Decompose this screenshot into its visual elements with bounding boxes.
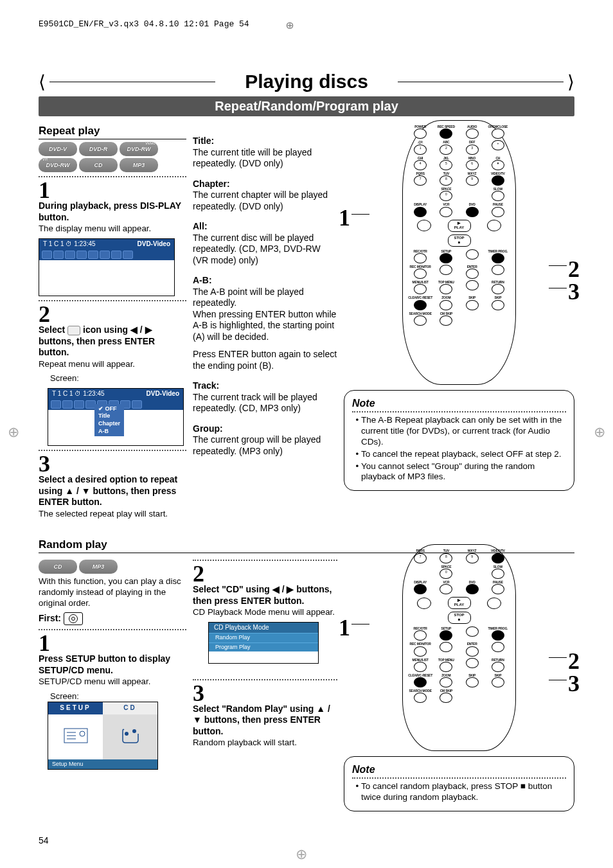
crop-mark-icon: ⊕ xyxy=(296,846,307,863)
page-title: Playing discs xyxy=(245,71,368,93)
svg-point-5 xyxy=(132,729,136,733)
remote-control-diagram: POWER REC SPEED AUDIO OPEN/CLOSE .@/:1 A… xyxy=(402,120,516,385)
crop-mark-icon: ⊕ xyxy=(286,17,294,33)
page-number: 54 xyxy=(39,835,49,846)
callout-3: 3 xyxy=(568,278,580,306)
random-callout-1: 1 xyxy=(339,614,350,642)
step-3-bold: Select a desired option to repeat using … xyxy=(39,474,177,507)
crop-mark-icon: ⊕ xyxy=(8,424,19,441)
repeat-dropdown: ✔ OFF Title Chapter A-B xyxy=(94,404,124,437)
crop-mark-icon: ⊕ xyxy=(594,424,605,441)
repeat-heading: Repeat play xyxy=(39,124,186,137)
print-header-text: E9501CD_EN/FR_v3.qx3 04.8.10 12:01 Page … xyxy=(39,19,249,29)
setup-menu-screen: SETUPCD Setup Menu xyxy=(48,702,158,770)
step-1-num: 1 xyxy=(39,179,186,202)
callout-1: 1 xyxy=(339,204,350,233)
sub-header: Repeat/Random/Program play xyxy=(39,96,574,116)
random-callout-3: 3 xyxy=(568,669,580,698)
step-3-num: 3 xyxy=(39,452,186,475)
chevron-right-icon: ⟩ xyxy=(567,71,574,93)
media-badges: DVD-V DVD-R VideoDVD-RW VRDVD-RW CD MP3 xyxy=(39,142,186,172)
print-header: E9501CD_EN/FR_v3.qx3 04.8.10 12:01 Page … xyxy=(39,19,574,29)
display-screen-1: T 1 C 1 ⏱ 1:23:45DVD-Video xyxy=(39,238,175,297)
disc-icon xyxy=(64,612,83,625)
repeat-note-box: Note The A-B Repeat playback can only be… xyxy=(344,390,574,491)
remote-control-diagram-2: PQRS7 TUV8 WXYZ9 VIDEO/TV SPACE0 SLOW DI… xyxy=(402,544,516,751)
random-note-box: Note To cancel random playback, press ST… xyxy=(344,756,574,811)
svg-point-4 xyxy=(80,731,85,736)
step-1-bold: During playback, press DIS-PLAY button. xyxy=(39,200,181,222)
display-screen-2: T 1 C 1 ⏱ 1:23:45DVD-Video ✔ OFF Title C… xyxy=(48,388,184,447)
step-2-num: 2 xyxy=(39,303,186,326)
chevron-left-icon: ⟨ xyxy=(39,71,46,93)
cd-playback-menu: CD Playback Mode Random Play Program Pla… xyxy=(208,622,319,664)
svg-point-6 xyxy=(125,732,129,736)
repeat-icon xyxy=(67,326,80,335)
